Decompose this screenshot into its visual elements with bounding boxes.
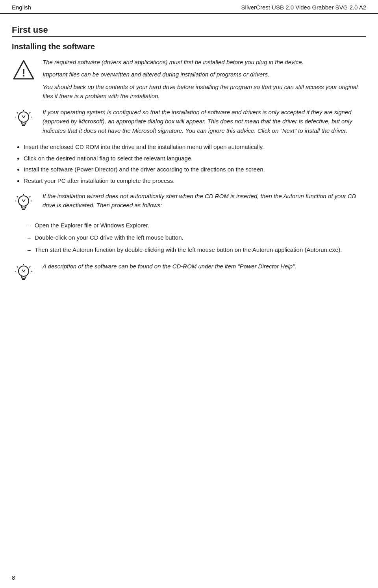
warning-para1: The required software (drivers and appli… [43,58,366,67]
svg-line-6 [17,112,18,114]
section-title: First use [12,25,366,35]
svg-line-31 [24,270,25,272]
list-item: Double-click on your CD drive with the l… [28,233,366,242]
svg-point-22 [19,266,29,276]
svg-line-7 [30,112,31,114]
svg-line-10 [22,115,24,118]
tip-para-1: If your operating system is configured s… [43,108,366,135]
tip-block-3: A description of the software can be fou… [12,262,366,284]
svg-line-27 [30,266,31,268]
tip-text-2: If the installation wizard does not auto… [43,192,366,210]
svg-text:!: ! [22,67,25,79]
sub-title: Installing the software [12,42,366,51]
warning-triangle-icon: ! [13,59,34,80]
page-header: English SilverCrest USB 2.0 Video Grabbe… [0,0,378,14]
tip-icon-2 [12,192,35,214]
svg-point-12 [19,196,29,206]
lightbulb-icon-2 [13,192,34,214]
list-item: Open the Explorer file or Windows Explor… [28,221,366,230]
tip-icon-1 [12,108,35,130]
tip-block-2: If the installation wizard does not auto… [12,192,366,214]
tip-para-2: If the installation wizard does not auto… [43,192,366,210]
svg-line-17 [30,196,31,197]
list-item: Click on the desired national flag to se… [24,154,366,164]
list-item: Then start the Autorun function by doubl… [28,245,366,254]
tip-icon-3 [12,262,35,284]
list-item: Install the software (Power Director) an… [24,165,366,175]
page-number: 8 [12,574,15,581]
tip-block-1: If your operating system is configured s… [12,108,366,135]
svg-line-30 [22,270,24,272]
warning-block: ! The required software (drivers and app… [12,58,366,100]
tip-text-1: If your operating system is configured s… [43,108,366,135]
dash-list: Open the Explorer file or Windows Explor… [28,221,366,255]
warning-para2: Important files can be overwritten and a… [43,70,366,79]
page-content: First use Installing the software ! The … [0,14,378,303]
list-item: Insert the enclosed CD ROM into the driv… [24,142,366,152]
svg-line-20 [22,199,24,202]
svg-point-2 [19,112,29,122]
tip-text-3: A description of the software can be fou… [43,262,366,271]
lightbulb-icon-3 [13,262,34,284]
tip-para-3: A description of the software can be fou… [43,262,366,271]
lightbulb-icon-1 [13,108,34,130]
list-item: Restart your PC after installation to co… [24,176,366,186]
svg-line-21 [24,199,25,202]
document-title: SilverCrest USB 2.0 Video Grabber SVG 2.… [241,4,366,11]
warning-text: The required software (drivers and appli… [43,58,366,100]
svg-line-11 [24,115,25,118]
section-divider [12,36,366,37]
page-footer: 8 [12,574,15,581]
language-label: English [12,4,31,11]
bullet-list: Insert the enclosed CD ROM into the driv… [24,142,366,186]
warning-icon: ! [12,59,35,80]
warning-para3: You should back up the contents of your … [43,82,366,101]
svg-line-26 [17,266,18,268]
svg-line-16 [17,196,18,197]
